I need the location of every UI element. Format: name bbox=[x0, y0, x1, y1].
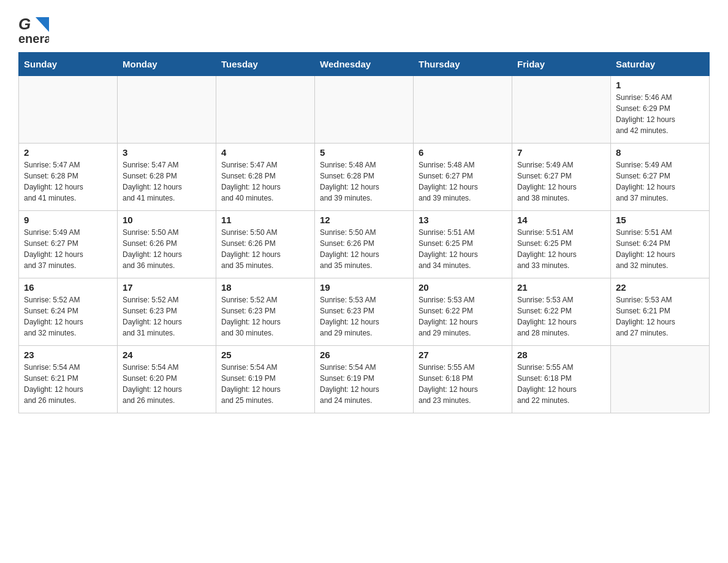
day-number: 15 bbox=[616, 215, 704, 225]
day-info: Sunrise: 5:52 AM Sunset: 6:24 PM Dayligh… bbox=[24, 294, 112, 339]
day-number: 13 bbox=[419, 215, 507, 225]
day-number: 12 bbox=[320, 215, 408, 225]
day-number: 21 bbox=[517, 282, 605, 293]
day-info: Sunrise: 5:50 AM Sunset: 6:26 PM Dayligh… bbox=[123, 227, 211, 271]
calendar-cell: 20Sunrise: 5:53 AM Sunset: 6:22 PM Dayli… bbox=[414, 278, 512, 346]
day-number: 23 bbox=[24, 350, 112, 360]
day-info: Sunrise: 5:53 AM Sunset: 6:22 PM Dayligh… bbox=[419, 294, 507, 339]
day-number: 7 bbox=[517, 147, 605, 158]
weekday-header-thursday: Thursday bbox=[414, 53, 512, 76]
calendar-cell: 11Sunrise: 5:50 AM Sunset: 6:26 PM Dayli… bbox=[216, 211, 315, 278]
day-info: Sunrise: 5:54 AM Sunset: 6:20 PM Dayligh… bbox=[123, 362, 211, 406]
calendar-cell: 23Sunrise: 5:54 AM Sunset: 6:21 PM Dayli… bbox=[19, 346, 118, 413]
calendar-week-row: 2Sunrise: 5:47 AM Sunset: 6:28 PM Daylig… bbox=[19, 144, 710, 211]
calendar-cell bbox=[611, 346, 710, 413]
day-number: 11 bbox=[221, 215, 309, 225]
calendar-cell: 22Sunrise: 5:53 AM Sunset: 6:21 PM Dayli… bbox=[611, 278, 710, 346]
calendar-cell bbox=[216, 76, 315, 144]
calendar-table: SundayMondayTuesdayWednesdayThursdayFrid… bbox=[18, 52, 710, 413]
calendar-cell: 15Sunrise: 5:51 AM Sunset: 6:24 PM Dayli… bbox=[611, 211, 710, 278]
calendar-cell bbox=[512, 76, 611, 144]
day-number: 2 bbox=[24, 147, 112, 158]
day-info: Sunrise: 5:51 AM Sunset: 6:25 PM Dayligh… bbox=[419, 227, 507, 271]
day-info: Sunrise: 5:51 AM Sunset: 6:25 PM Dayligh… bbox=[517, 227, 605, 271]
day-info: Sunrise: 5:47 AM Sunset: 6:28 PM Dayligh… bbox=[221, 159, 309, 204]
day-info: Sunrise: 5:47 AM Sunset: 6:28 PM Dayligh… bbox=[24, 159, 112, 204]
calendar-week-row: 23Sunrise: 5:54 AM Sunset: 6:21 PM Dayli… bbox=[19, 346, 710, 413]
calendar-cell: 27Sunrise: 5:55 AM Sunset: 6:18 PM Dayli… bbox=[414, 346, 512, 413]
day-info: Sunrise: 5:55 AM Sunset: 6:18 PM Dayligh… bbox=[419, 362, 507, 406]
calendar-cell: 1Sunrise: 5:46 AM Sunset: 6:29 PM Daylig… bbox=[611, 76, 710, 144]
day-number: 28 bbox=[517, 350, 605, 360]
calendar-cell: 17Sunrise: 5:52 AM Sunset: 6:23 PM Dayli… bbox=[118, 278, 216, 346]
day-info: Sunrise: 5:49 AM Sunset: 6:27 PM Dayligh… bbox=[616, 159, 704, 204]
day-info: Sunrise: 5:48 AM Sunset: 6:27 PM Dayligh… bbox=[419, 159, 507, 204]
day-number: 26 bbox=[320, 350, 408, 360]
logo-area: G eneral bbox=[18, 12, 51, 46]
calendar-cell: 21Sunrise: 5:53 AM Sunset: 6:22 PM Dayli… bbox=[512, 278, 611, 346]
day-number: 14 bbox=[517, 215, 605, 225]
calendar-cell: 9Sunrise: 5:49 AM Sunset: 6:27 PM Daylig… bbox=[19, 211, 118, 278]
page-header: G eneral bbox=[18, 12, 710, 46]
weekday-header-wednesday: Wednesday bbox=[315, 53, 414, 76]
day-number: 3 bbox=[123, 147, 211, 158]
day-info: Sunrise: 5:48 AM Sunset: 6:28 PM Dayligh… bbox=[320, 159, 408, 204]
day-number: 1 bbox=[616, 80, 704, 90]
logo-icon: G eneral bbox=[18, 12, 49, 46]
calendar-cell bbox=[118, 76, 216, 144]
day-info: Sunrise: 5:54 AM Sunset: 6:19 PM Dayligh… bbox=[221, 362, 309, 406]
calendar-cell: 2Sunrise: 5:47 AM Sunset: 6:28 PM Daylig… bbox=[19, 144, 118, 211]
calendar-week-row: 9Sunrise: 5:49 AM Sunset: 6:27 PM Daylig… bbox=[19, 211, 710, 278]
day-info: Sunrise: 5:50 AM Sunset: 6:26 PM Dayligh… bbox=[320, 227, 408, 271]
day-info: Sunrise: 5:53 AM Sunset: 6:23 PM Dayligh… bbox=[320, 294, 408, 339]
day-number: 17 bbox=[123, 282, 211, 293]
day-number: 24 bbox=[123, 350, 211, 360]
day-info: Sunrise: 5:49 AM Sunset: 6:27 PM Dayligh… bbox=[517, 159, 605, 204]
day-info: Sunrise: 5:53 AM Sunset: 6:22 PM Dayligh… bbox=[517, 294, 605, 339]
day-info: Sunrise: 5:53 AM Sunset: 6:21 PM Dayligh… bbox=[616, 294, 704, 339]
calendar-cell: 19Sunrise: 5:53 AM Sunset: 6:23 PM Dayli… bbox=[315, 278, 414, 346]
day-number: 8 bbox=[616, 147, 704, 158]
day-number: 25 bbox=[221, 350, 309, 360]
calendar-cell: 6Sunrise: 5:48 AM Sunset: 6:27 PM Daylig… bbox=[414, 144, 512, 211]
weekday-header-row: SundayMondayTuesdayWednesdayThursdayFrid… bbox=[19, 53, 710, 76]
day-info: Sunrise: 5:51 AM Sunset: 6:24 PM Dayligh… bbox=[616, 227, 704, 271]
day-number: 10 bbox=[123, 215, 211, 225]
day-info: Sunrise: 5:50 AM Sunset: 6:26 PM Dayligh… bbox=[221, 227, 309, 271]
day-info: Sunrise: 5:54 AM Sunset: 6:19 PM Dayligh… bbox=[320, 362, 408, 406]
day-number: 16 bbox=[24, 282, 112, 293]
calendar-cell: 12Sunrise: 5:50 AM Sunset: 6:26 PM Dayli… bbox=[315, 211, 414, 278]
day-number: 4 bbox=[221, 147, 309, 158]
calendar-cell: 8Sunrise: 5:49 AM Sunset: 6:27 PM Daylig… bbox=[611, 144, 710, 211]
day-info: Sunrise: 5:54 AM Sunset: 6:21 PM Dayligh… bbox=[24, 362, 112, 406]
calendar-cell: 24Sunrise: 5:54 AM Sunset: 6:20 PM Dayli… bbox=[118, 346, 216, 413]
calendar-cell: 10Sunrise: 5:50 AM Sunset: 6:26 PM Dayli… bbox=[118, 211, 216, 278]
day-info: Sunrise: 5:47 AM Sunset: 6:28 PM Dayligh… bbox=[123, 159, 211, 204]
svg-text:eneral: eneral bbox=[18, 32, 49, 45]
weekday-header-friday: Friday bbox=[512, 53, 611, 76]
calendar-cell bbox=[414, 76, 512, 144]
day-number: 5 bbox=[320, 147, 408, 158]
day-info: Sunrise: 5:52 AM Sunset: 6:23 PM Dayligh… bbox=[221, 294, 309, 339]
weekday-header-sunday: Sunday bbox=[19, 53, 118, 76]
calendar-cell: 13Sunrise: 5:51 AM Sunset: 6:25 PM Dayli… bbox=[414, 211, 512, 278]
day-info: Sunrise: 5:49 AM Sunset: 6:27 PM Dayligh… bbox=[24, 227, 112, 271]
day-number: 18 bbox=[221, 282, 309, 293]
calendar-cell bbox=[315, 76, 414, 144]
weekday-header-monday: Monday bbox=[118, 53, 216, 76]
weekday-header-saturday: Saturday bbox=[611, 53, 710, 76]
day-number: 22 bbox=[616, 282, 704, 293]
calendar-week-row: 1Sunrise: 5:46 AM Sunset: 6:29 PM Daylig… bbox=[19, 76, 710, 144]
day-info: Sunrise: 5:52 AM Sunset: 6:23 PM Dayligh… bbox=[123, 294, 211, 339]
day-number: 19 bbox=[320, 282, 408, 293]
calendar-cell: 7Sunrise: 5:49 AM Sunset: 6:27 PM Daylig… bbox=[512, 144, 611, 211]
day-info: Sunrise: 5:46 AM Sunset: 6:29 PM Dayligh… bbox=[616, 92, 704, 136]
svg-marker-1 bbox=[36, 17, 49, 32]
day-info: Sunrise: 5:55 AM Sunset: 6:18 PM Dayligh… bbox=[517, 362, 605, 406]
calendar-cell: 26Sunrise: 5:54 AM Sunset: 6:19 PM Dayli… bbox=[315, 346, 414, 413]
calendar-cell: 25Sunrise: 5:54 AM Sunset: 6:19 PM Dayli… bbox=[216, 346, 315, 413]
calendar-cell: 3Sunrise: 5:47 AM Sunset: 6:28 PM Daylig… bbox=[118, 144, 216, 211]
calendar-cell: 4Sunrise: 5:47 AM Sunset: 6:28 PM Daylig… bbox=[216, 144, 315, 211]
calendar-cell: 16Sunrise: 5:52 AM Sunset: 6:24 PM Dayli… bbox=[19, 278, 118, 346]
calendar-week-row: 16Sunrise: 5:52 AM Sunset: 6:24 PM Dayli… bbox=[19, 278, 710, 346]
